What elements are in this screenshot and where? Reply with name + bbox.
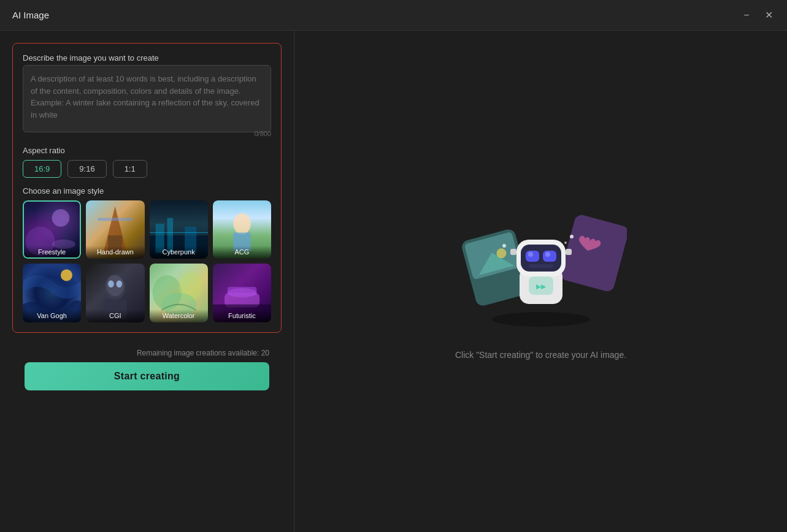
ai-illustration: ▶▶	[455, 203, 627, 332]
svg-point-17	[108, 281, 114, 287]
style-label-futuristic: Futuristic	[213, 310, 271, 322]
aspect-btn-16-9[interactable]: 16:9	[23, 160, 61, 178]
style-cgi[interactable]: CGI	[86, 264, 144, 322]
svg-point-46	[502, 244, 506, 248]
aspect-btn-9-16[interactable]: 9:16	[67, 160, 106, 178]
svg-point-0	[26, 227, 55, 256]
svg-rect-41	[566, 249, 572, 255]
svg-point-2	[52, 240, 75, 249]
describe-section: Describe the image you want to create 0/…	[23, 53, 271, 137]
aspect-ratio-buttons: 16:9 9:16 1:1	[23, 160, 271, 178]
style-thumb-freestyle	[23, 200, 81, 259]
svg-point-44	[570, 235, 574, 238]
svg-point-37	[528, 252, 533, 257]
svg-point-38	[545, 252, 550, 257]
left-panel: Describe the image you want to create 0/…	[0, 31, 294, 532]
style-section: Choose an image style Freestyle	[23, 186, 271, 322]
remaining-text: Remaining image creations available: 20	[25, 349, 269, 357]
svg-point-11	[233, 213, 251, 234]
svg-point-45	[564, 241, 567, 244]
style-freestyle[interactable]: Freestyle	[23, 200, 81, 259]
svg-text:▶▶: ▶▶	[536, 283, 547, 290]
settings-panel: Describe the image you want to create 0/…	[12, 43, 282, 333]
close-button[interactable]: ✕	[762, 9, 775, 21]
hint-text: Click "Start creating" to create your AI…	[455, 350, 626, 360]
style-van-gogh[interactable]: Van Gogh	[23, 264, 81, 322]
start-creating-button[interactable]: Start creating	[25, 362, 269, 390]
style-cyberpunk[interactable]: Cyberpunk	[150, 200, 208, 259]
description-input[interactable]	[23, 65, 271, 132]
style-label-cgi: CGI	[86, 310, 144, 322]
style-grid: Freestyle Hand-drawn	[23, 200, 271, 322]
aspect-ratio-label: Aspect ratio	[23, 146, 271, 155]
style-futuristic[interactable]: Futuristic	[213, 264, 271, 322]
aspect-ratio-section: Aspect ratio 16:9 9:16 1:1	[23, 146, 271, 178]
title-bar: AI Image − ✕	[0, 0, 787, 31]
window-controls: − ✕	[740, 9, 775, 21]
style-label-van-gogh: Van Gogh	[23, 310, 81, 322]
style-label-acg: ACG	[213, 246, 271, 259]
aspect-btn-1-1[interactable]: 1:1	[113, 160, 147, 178]
style-label-watercolor: Watercolor	[150, 310, 208, 322]
style-label-freestyle: Freestyle	[23, 246, 81, 259]
svg-rect-40	[510, 249, 516, 255]
svg-point-1	[52, 209, 70, 227]
svg-rect-36	[543, 251, 556, 262]
style-label: Choose an image style	[23, 186, 271, 196]
svg-point-18	[117, 281, 123, 287]
style-label-cyberpunk: Cyberpunk	[150, 246, 208, 259]
style-acg[interactable]: ACG	[213, 200, 271, 259]
style-label-hand-drawn: Hand-drawn	[86, 246, 144, 259]
svg-point-47	[492, 312, 590, 327]
svg-rect-35	[526, 251, 539, 262]
svg-rect-5	[98, 218, 132, 221]
style-hand-drawn[interactable]: Hand-drawn	[86, 200, 144, 259]
svg-point-25	[228, 288, 257, 297]
svg-rect-39	[529, 264, 553, 268]
right-panel: ▶▶ Click "Start creating" to create your…	[294, 31, 787, 532]
main-layout: Describe the image you want to create 0/…	[0, 31, 787, 532]
minimize-button[interactable]: −	[740, 9, 753, 21]
bottom-area: Remaining image creations available: 20 …	[12, 343, 282, 400]
svg-point-14	[61, 270, 72, 281]
describe-label: Describe the image you want to create	[23, 53, 271, 63]
window-title: AI Image	[12, 10, 49, 20]
style-watercolor[interactable]: Watercolor	[150, 264, 208, 322]
